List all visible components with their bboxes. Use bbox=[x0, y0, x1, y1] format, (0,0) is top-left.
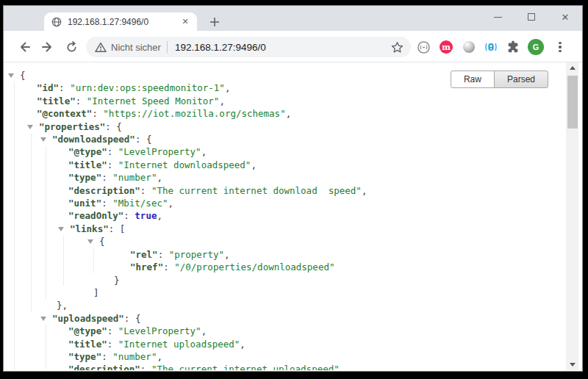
json-token: "description" bbox=[68, 364, 140, 370]
json-line: "readOnly": true, bbox=[4, 209, 582, 222]
close-button[interactable]: ✕ bbox=[548, 6, 582, 28]
json-token: , bbox=[168, 198, 173, 209]
json-token: "unit" bbox=[68, 198, 101, 209]
collapse-triangle-icon[interactable] bbox=[8, 73, 14, 78]
json-token: : bbox=[76, 95, 87, 107]
scroll-down-icon[interactable] bbox=[566, 359, 578, 370]
minimize-button[interactable] bbox=[481, 6, 514, 28]
json-token: "title" bbox=[37, 95, 76, 107]
scroll-up-icon[interactable] bbox=[566, 62, 578, 73]
new-tab-button[interactable] bbox=[207, 14, 223, 30]
browser-toolbar: Nicht sicher 192.168.1.27:9496/0 m bbox=[4, 31, 582, 62]
json-token: : bbox=[163, 261, 174, 272]
extension-circle-dash-icon[interactable] bbox=[414, 37, 433, 57]
reload-button[interactable] bbox=[61, 37, 82, 57]
security-label[interactable]: Nicht sicher bbox=[111, 42, 161, 53]
menu-kebab-icon[interactable] bbox=[551, 37, 570, 57]
json-token: "Mbit/sec" bbox=[112, 198, 168, 209]
json-line: "href": "/0/properties/downloadspeed" bbox=[4, 261, 582, 273]
maximize-button[interactable] bbox=[514, 6, 548, 28]
view-toggle: Raw Parsed bbox=[451, 71, 548, 88]
tab-title: 192.168.1.27:9496/0 bbox=[68, 17, 179, 27]
bookmark-star-icon[interactable] bbox=[391, 41, 404, 54]
json-token: : bbox=[101, 351, 112, 362]
tab-strip: 192.168.1.27:9496/0 ✕ ✕ bbox=[4, 6, 582, 31]
json-lines: {"id": "urn:dev:ops:speedmonitor-1","tit… bbox=[4, 62, 582, 370]
json-token: , bbox=[362, 185, 368, 196]
json-token: { bbox=[99, 236, 105, 247]
browser-window: 192.168.1.27:9496/0 ✕ ✕ bbox=[4, 6, 582, 371]
json-token: "/0/properties/downloadspeed" bbox=[174, 261, 334, 272]
back-button[interactable] bbox=[14, 37, 35, 57]
json-token: "number" bbox=[112, 172, 157, 183]
json-token: : bbox=[107, 146, 118, 157]
json-token: : bbox=[107, 325, 118, 336]
json-token: : { bbox=[135, 134, 152, 145]
json-line: "@type": "LevelProperty", bbox=[4, 325, 582, 337]
json-token: "@type" bbox=[68, 146, 107, 157]
json-token: , bbox=[286, 108, 292, 119]
json-token: "title" bbox=[68, 159, 107, 170]
json-line: "@type": "LevelProperty", bbox=[4, 145, 582, 158]
collapse-triangle-icon[interactable] bbox=[40, 137, 46, 142]
json-line: "description": "The current internet upl… bbox=[4, 363, 582, 370]
collapse-triangle-icon[interactable] bbox=[27, 125, 33, 129]
json-line: "title": "Internet uploadspeed", bbox=[4, 338, 582, 350]
sphere-glyph bbox=[463, 41, 475, 53]
json-token: , bbox=[201, 146, 207, 157]
json-token: : bbox=[101, 172, 112, 183]
json-token: "href" bbox=[130, 261, 163, 272]
collapse-triangle-icon[interactable] bbox=[58, 227, 64, 231]
json-token: "LevelProperty" bbox=[118, 146, 201, 157]
json-token: : bbox=[101, 198, 112, 209]
url-text[interactable]: 192.168.1.27:9496/0 bbox=[175, 42, 391, 53]
json-token: : bbox=[158, 249, 169, 260]
json-token: "links" bbox=[70, 223, 109, 234]
json-token: "id" bbox=[37, 82, 59, 93]
json-token: "@context" bbox=[37, 108, 92, 119]
close-icon: ✕ bbox=[562, 12, 570, 22]
extension-m-badge-icon[interactable]: m bbox=[437, 37, 456, 57]
extension-sphere-icon[interactable] bbox=[459, 37, 478, 57]
json-token: , bbox=[157, 210, 162, 221]
json-token: "downloadspeed" bbox=[52, 134, 135, 145]
address-bar[interactable]: Nicht sicher 192.168.1.27:9496/0 bbox=[86, 37, 411, 57]
json-line: ] bbox=[4, 286, 582, 299]
json-token: : bbox=[107, 339, 118, 350]
extensions-puzzle-icon[interactable] bbox=[503, 37, 523, 57]
forward-button[interactable] bbox=[37, 37, 58, 57]
raw-button[interactable]: Raw bbox=[451, 71, 495, 88]
json-line: "rel": "property", bbox=[4, 248, 582, 261]
collapse-triangle-icon[interactable] bbox=[40, 317, 46, 321]
json-token: "rel" bbox=[130, 249, 158, 260]
json-token: , bbox=[225, 82, 231, 93]
maximize-icon bbox=[528, 13, 535, 21]
json-token: : bbox=[123, 210, 135, 221]
scrollbar-thumb[interactable] bbox=[567, 76, 578, 129]
json-token: }, bbox=[57, 300, 68, 311]
json-token: { bbox=[20, 70, 26, 81]
collapse-triangle-icon[interactable] bbox=[87, 239, 93, 244]
tab-close-icon[interactable]: ✕ bbox=[179, 16, 191, 28]
json-token: "properties" bbox=[39, 121, 105, 132]
json-line: }, bbox=[4, 299, 582, 311]
json-token: "Internet downloadspeed" bbox=[118, 159, 251, 170]
json-token: "LevelProperty" bbox=[118, 325, 201, 336]
parsed-button[interactable]: Parsed bbox=[494, 71, 548, 88]
json-token: "The current internet download speed" bbox=[151, 185, 362, 196]
json-line: "uploadspeed": { bbox=[4, 312, 582, 325]
not-secure-warning-icon[interactable] bbox=[95, 42, 107, 53]
json-token: , bbox=[251, 159, 257, 170]
json-line: "description": "The current internet dow… bbox=[4, 184, 582, 197]
vertical-scrollbar[interactable] bbox=[566, 62, 578, 370]
globe-favicon-icon bbox=[51, 17, 62, 27]
json-token: , bbox=[157, 351, 162, 362]
profile-avatar[interactable]: G bbox=[526, 37, 545, 57]
json-token: "Internet uploadspeed" bbox=[118, 339, 240, 350]
json-token: "@type" bbox=[68, 325, 107, 336]
browser-tab[interactable]: 192.168.1.27:9496/0 ✕ bbox=[44, 12, 197, 31]
json-token: : bbox=[107, 159, 118, 170]
json-line: "unit": "Mbit/sec", bbox=[4, 197, 582, 209]
json-line: } bbox=[4, 274, 582, 286]
extension-robot-icon[interactable] bbox=[481, 37, 501, 57]
